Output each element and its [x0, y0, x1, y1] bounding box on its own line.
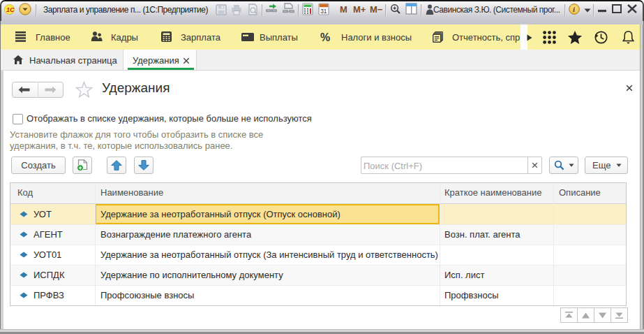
- svg-text:31: 31: [320, 8, 327, 15]
- svg-text:1С: 1С: [6, 6, 15, 13]
